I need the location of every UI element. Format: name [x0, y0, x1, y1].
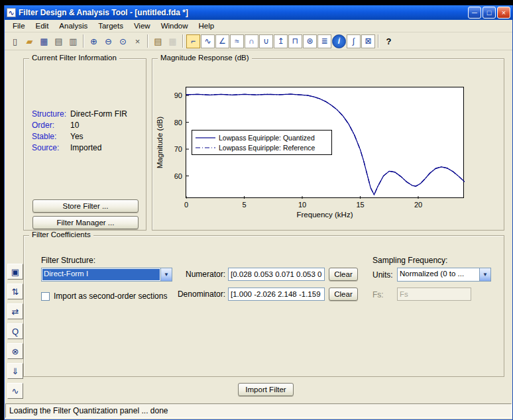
magnitude-estimate-icon: ∫	[353, 36, 355, 46]
menu-analysis[interactable]: Analysis	[54, 21, 93, 31]
denominator-input[interactable]	[228, 288, 325, 301]
x-tick-label: 5	[242, 201, 246, 209]
print-preview-icon[interactable]: ▥	[66, 34, 80, 48]
round-off-noise-power-icon: ⊠	[365, 36, 371, 46]
x-tick-label: 10	[298, 201, 306, 209]
open-session-icon[interactable]: ▰	[23, 34, 36, 48]
toolbar-separator	[147, 34, 148, 48]
chevron-down-icon[interactable]: ▼	[479, 268, 490, 281]
menu-file[interactable]: File	[7, 21, 30, 31]
sos-checkbox-label: Import as second-order sections	[54, 291, 167, 301]
filter-coefficients-icon[interactable]: ≣	[317, 34, 331, 48]
import-filter-button[interactable]: Import Filter	[238, 383, 294, 396]
filter-info-row: Stable:Yes	[32, 132, 142, 143]
zoom-out-icon: ⊖	[105, 36, 112, 46]
zoom-out-icon[interactable]: ⊖	[101, 34, 115, 48]
print-icon[interactable]: ▤	[52, 34, 66, 48]
pole-zero-plot-icon: ⊛	[306, 36, 313, 46]
open-session-icon: ▰	[27, 36, 33, 46]
legend-label: Lowpass Equiripple: Reference	[219, 144, 315, 152]
context-help-icon[interactable]: ?	[382, 34, 396, 48]
x-axis-ticks: 05101520	[186, 201, 465, 210]
save-session-icon[interactable]: ▦	[37, 34, 51, 48]
save-session-icon: ▦	[40, 36, 48, 46]
store-filter-button[interactable]: Store Filter ...	[32, 199, 139, 213]
filter-manager-button[interactable]: Filter Manager ...	[32, 216, 139, 229]
filter-info-row: Source:Imported	[32, 143, 142, 154]
magnitude-response-icon[interactable]: ∿	[201, 34, 215, 48]
menu-bar: FileEditAnalysisTargetsViewWindowHelp	[5, 20, 512, 32]
import-filter-icon[interactable]: ⇓	[7, 363, 23, 379]
transform-filter-icon[interactable]: ⇄	[7, 303, 23, 319]
realize-model-icon[interactable]: ▣	[7, 264, 23, 280]
step-response-icon: ⊓	[292, 36, 298, 46]
menu-window[interactable]: Window	[156, 21, 194, 31]
maximize-button[interactable]: □	[483, 7, 496, 19]
pole-zero-plot-icon[interactable]: ⊛	[303, 34, 317, 48]
magnitude-and-phase-icon: ≈	[235, 36, 239, 46]
print-to-figure-icon: ▦	[168, 36, 176, 46]
create-multirate-filter-icon[interactable]: ⇅	[7, 284, 23, 299]
x-tick-label: 20	[414, 201, 422, 209]
filter-info-value: Direct-Form FIR	[70, 109, 127, 121]
full-view-icon[interactable]: ×	[131, 34, 144, 48]
filter-structure-dropdown[interactable]: Direct-Form I ▼	[41, 268, 172, 282]
legend-label: Lowpass Equiripple: Quantized	[219, 134, 315, 142]
menu-view[interactable]: View	[129, 21, 156, 31]
impulse-response-icon: ↥	[277, 36, 284, 46]
zoom-in-icon[interactable]: ⊕	[87, 34, 101, 48]
group-delay-icon[interactable]: ∩	[245, 34, 258, 48]
units-value: Normalized (0 to ...	[398, 268, 479, 281]
units-dropdown[interactable]: Normalized (0 to ... ▼	[397, 268, 491, 282]
menu-targets[interactable]: Targets	[93, 21, 129, 31]
x-tick-label: 15	[356, 201, 364, 209]
filter-information-icon: i	[338, 36, 340, 46]
filter-structure-value: Direct-Form I	[42, 269, 160, 280]
menu-edit[interactable]: Edit	[30, 21, 54, 31]
magnitude-and-phase-icon[interactable]: ≈	[230, 34, 244, 48]
step-response-icon[interactable]: ⊓	[288, 34, 302, 48]
magnitude-response-title: Magnitude Response (dB)	[158, 54, 252, 62]
status-text: Loading the Filter Quantization panel ..…	[9, 406, 168, 415]
round-off-noise-power-icon[interactable]: ⊠	[361, 34, 375, 48]
y-tick-label: 90	[174, 91, 182, 99]
numerator-clear-button[interactable]: Clear	[329, 268, 358, 281]
new-session-icon[interactable]: ▯	[8, 34, 22, 48]
x-axis-label: Frequency (kHz)	[297, 211, 353, 219]
design-filter-icon[interactable]: ∿	[7, 383, 23, 399]
filter-info-label: Stable:	[32, 132, 70, 143]
sos-checkbox[interactable]	[41, 292, 50, 301]
close-button[interactable]: ×	[497, 7, 510, 19]
y-tick-label: 70	[174, 145, 182, 153]
filter-information-icon[interactable]: i	[332, 34, 346, 48]
set-quantization-parameters-icon[interactable]: Q	[7, 323, 23, 339]
numerator-input[interactable]	[228, 268, 325, 281]
magnitude-estimate-icon[interactable]: ∫	[347, 34, 361, 48]
phase-response-icon[interactable]: ∠	[215, 34, 229, 48]
zoom-in-icon: ⊕	[90, 36, 97, 46]
filter-info-label: Order:	[32, 121, 70, 132]
print-preview-icon: ▥	[69, 36, 77, 46]
status-bar: Loading the Filter Quantization panel ..…	[5, 403, 512, 418]
menu-help[interactable]: Help	[194, 21, 220, 31]
impulse-response-icon[interactable]: ↥	[274, 34, 288, 48]
filter-info-value: Imported	[70, 143, 101, 154]
minimize-button[interactable]: ─	[468, 7, 481, 19]
restore-default-view-icon[interactable]: ⊙	[116, 34, 130, 48]
plot-legend: Lowpass Equiripple: QuantizedLowpass Equ…	[192, 130, 332, 155]
y-tick-label: 60	[174, 172, 182, 180]
phase-delay-icon: ∪	[263, 36, 269, 46]
denominator-clear-button[interactable]: Clear	[329, 288, 358, 301]
pole-zero-editor-icon[interactable]: ⊗	[7, 343, 23, 359]
filter-specifications-icon[interactable]: ⌐	[186, 34, 200, 48]
filter-specifications-icon: ⌐	[191, 36, 196, 46]
copy-to-clipboard-icon: ▤	[154, 36, 162, 46]
phase-delay-icon[interactable]: ∪	[259, 34, 273, 48]
new-session-icon: ▯	[13, 36, 17, 46]
title-bar[interactable]: ∿ Filter Design & Analysis Tool - [untit…	[5, 5, 512, 20]
filter-info-label: Source:	[32, 143, 70, 154]
window-title: Filter Design & Analysis Tool - [untitle…	[19, 8, 465, 17]
numerator-label: Numerator:	[156, 270, 225, 279]
y-tick-label: 80	[174, 119, 182, 127]
copy-to-clipboard-icon[interactable]: ▤	[151, 34, 165, 48]
